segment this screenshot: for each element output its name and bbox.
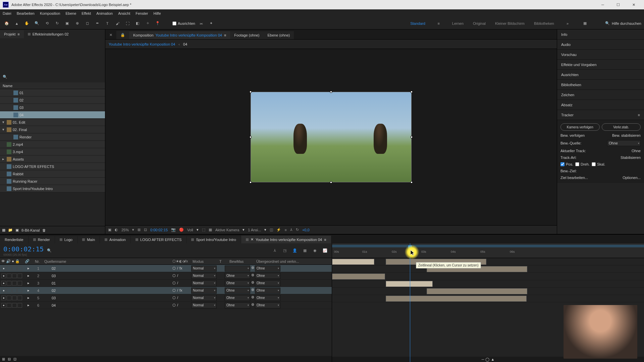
workspace-original[interactable]: Original — [473, 21, 486, 25]
workspace-menu-icon[interactable]: ≡ — [435, 19, 443, 27]
composition-viewer[interactable] — [105, 49, 557, 225]
timeline-tab[interactable]: Logo — [55, 236, 77, 243]
panel-ausrichten[interactable]: Ausrichten — [557, 70, 644, 80]
channel-icon[interactable]: 🔴 — [179, 228, 184, 232]
lock-icon[interactable]: 🔒 — [116, 31, 129, 39]
panel-info[interactable]: Info — [557, 29, 644, 40]
panel-vorschau[interactable]: Vorschau — [557, 50, 644, 60]
camera-select[interactable]: Aktive Kamera — [215, 228, 239, 232]
layer-row[interactable]: ●▸503⬡/NormalOhne⊚Ohne — [0, 294, 332, 302]
layer-row[interactable]: ●▸203⬡/NormalOhne⊚Ohne — [0, 272, 332, 280]
shape-tool-icon[interactable]: ◻ — [83, 19, 91, 27]
mode-select[interactable]: Normal — [191, 265, 217, 272]
project-item[interactable]: 03 — [0, 104, 105, 111]
project-item[interactable]: 2.mp4 — [0, 141, 105, 148]
panel-bibliotheken[interactable]: Bibliotheken — [557, 80, 644, 90]
mode-select[interactable]: Normal — [191, 295, 217, 301]
playhead[interactable] — [410, 243, 410, 362]
parent-select[interactable]: Ohne — [255, 295, 280, 301]
workspace-bibliotheken[interactable]: Bibliotheken — [534, 21, 554, 25]
maximize-button[interactable]: ☐ — [610, 0, 626, 9]
graph-editor-icon[interactable]: 📈 — [322, 247, 328, 254]
panel-absatz[interactable]: Absatz — [557, 100, 644, 110]
timeline-tab[interactable]: Render — [29, 236, 55, 243]
project-search[interactable]: 🔍 — [0, 72, 105, 82]
new-comp-icon[interactable]: ▣ — [15, 228, 19, 232]
transparency-icon[interactable]: ▦ — [209, 228, 212, 232]
layer-row[interactable]: ●▸604⬡/NormalOhne⊚Ohne — [0, 302, 332, 309]
eraser-tool-icon[interactable]: ◧ — [133, 19, 142, 27]
workspace-standard[interactable]: Standard — [410, 21, 425, 25]
breadcrumb-sub[interactable]: 04 — [183, 42, 187, 46]
frame-blend-icon[interactable]: ▦ — [302, 247, 308, 254]
flowchart-icon[interactable]: ⅄ — [290, 228, 292, 232]
tab-ebene[interactable]: Ebene (ohne) — [264, 31, 294, 39]
roto-tool-icon[interactable]: ✧ — [144, 19, 152, 27]
search-help-label[interactable]: Hilfe durchsuchen — [612, 21, 641, 25]
parent-select[interactable]: Ohne — [255, 288, 280, 294]
canvas[interactable] — [251, 92, 412, 182]
breadcrumb-comp[interactable]: Youtube Intro verknüpfte Komposition 04 — [109, 42, 175, 46]
camera-tool-icon[interactable]: ▣ — [63, 19, 71, 27]
reset-exposure-icon[interactable]: ↻ — [296, 228, 299, 232]
toggle-switches-icon[interactable]: ⊞ — [2, 357, 5, 361]
bpc-label[interactable]: 8-Bit-Kanal — [21, 228, 40, 232]
workspace-overflow-icon[interactable]: » — [564, 19, 572, 27]
brush-tool-icon[interactable]: 🖌 — [113, 19, 121, 27]
dreh-checkbox[interactable]: Dreh. — [575, 162, 590, 166]
time-ruler[interactable]: 00s 01s 02s 03s 04s 05s 06s — [332, 243, 644, 258]
menu-effekt[interactable]: Effekt — [82, 11, 91, 15]
parent-select[interactable]: Ohne — [255, 302, 280, 308]
clip-layer-6[interactable] — [386, 296, 527, 302]
project-item[interactable]: 3.mp4 — [0, 148, 105, 156]
lock-icon[interactable]: 🔒 — [15, 259, 20, 263]
panel-audio[interactable]: Audio — [557, 40, 644, 50]
workspace-kleiner[interactable]: Kleiner Bildschirm — [495, 21, 525, 25]
roi-icon[interactable]: ⬚ — [202, 228, 205, 232]
project-col-name[interactable]: Name — [3, 84, 12, 88]
menu-komposition[interactable]: Komposition — [40, 11, 60, 15]
pen-tool-icon[interactable]: ✒ — [93, 19, 101, 27]
parent-select[interactable]: Ohne — [255, 280, 280, 286]
project-item[interactable]: ▾02. Final — [0, 126, 105, 133]
trkmat-select[interactable]: Ohne — [225, 302, 250, 308]
tab-projekt[interactable]: Projekt ≡ — [0, 30, 24, 38]
puppet-tool-icon[interactable]: 📍 — [154, 19, 162, 27]
draft3d-icon[interactable]: ◳ — [281, 247, 288, 254]
mode-select[interactable]: Normal — [191, 302, 217, 308]
eye-icon[interactable]: 👁 — [1, 259, 5, 263]
motion-blur-icon[interactable]: ◉ — [312, 247, 318, 254]
pos-checkbox[interactable]: Pos. — [560, 162, 573, 166]
mask-icon[interactable]: ◐ — [115, 228, 118, 232]
interpret-icon[interactable]: ▦ — [2, 228, 5, 232]
timeline-tab[interactable]: Main — [77, 236, 100, 243]
trkmat-select[interactable]: Ohne — [225, 273, 250, 279]
audio-icon[interactable]: 🔊 — [6, 259, 11, 263]
close-button[interactable]: ✕ — [626, 0, 641, 9]
project-item[interactable]: ▾01. Edit — [0, 119, 105, 126]
zoom-value[interactable]: 25% — [121, 228, 129, 232]
timeline-tab[interactable]: Sport Intro/Youtube Intro — [186, 236, 240, 243]
panel-tracker[interactable]: Tracker≡ — [557, 110, 644, 120]
project-item[interactable]: LOGO AFTER EFFECTS — [0, 163, 105, 170]
project-item[interactable]: 01 — [0, 89, 105, 97]
snapping-options-icon[interactable]: ✦ — [207, 19, 215, 27]
rotate-tool-icon[interactable]: ↻ — [53, 19, 61, 27]
menu-datei[interactable]: Datei — [3, 11, 11, 15]
hand-tool-icon[interactable]: ✋ — [23, 19, 31, 27]
trkmat-select[interactable] — [225, 265, 250, 272]
menu-ebene[interactable]: Ebene — [65, 11, 76, 15]
exposure-value[interactable]: +0,0 — [302, 228, 310, 232]
menu-fenster[interactable]: Fenster — [136, 11, 148, 15]
chevron-left-icon[interactable]: ‹ — [178, 42, 180, 46]
trash-icon[interactable]: 🗑 — [42, 228, 46, 232]
trkmat-select[interactable]: Ohne — [225, 288, 250, 294]
clip-layer-5[interactable] — [427, 288, 527, 294]
workspace-lernen[interactable]: Lernen — [452, 21, 464, 25]
viewer-timecode[interactable]: 0:00:02:15 — [150, 228, 168, 232]
project-item[interactable]: ▸Assets — [0, 156, 105, 163]
workspace-grid-icon[interactable]: ▦ — [581, 19, 589, 27]
timeline-tab[interactable]: LOGO AFTER EFFECTS — [131, 236, 186, 243]
layer-row[interactable]: ●▸301⬡/NormalOhne⊚Ohne — [0, 280, 332, 287]
timeline-tab[interactable]: Animation — [100, 236, 130, 243]
